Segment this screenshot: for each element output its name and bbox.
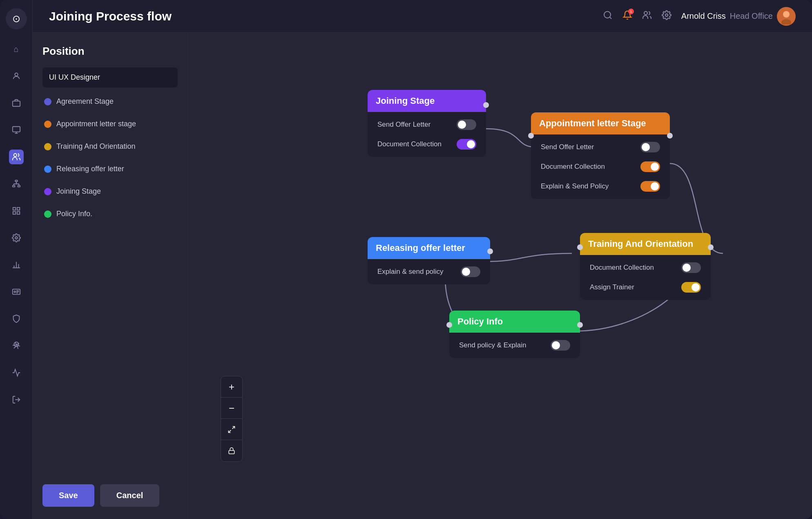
- appt-conn-dot-left: [528, 133, 534, 139]
- svg-rect-6: [15, 180, 18, 182]
- zoom-in-button[interactable]: +: [221, 376, 242, 398]
- svg-rect-2: [12, 127, 20, 132]
- policy-conn-dot-left: [446, 322, 452, 328]
- svg-rect-1: [12, 101, 20, 106]
- joining-row-send-offer: Send Offer Letter: [374, 117, 480, 132]
- team-icon[interactable]: [642, 10, 652, 22]
- appt-row-doc-collection: Document Collection: [538, 159, 663, 174]
- stage-item-training[interactable]: Training And Orientation: [42, 138, 178, 155]
- notification-icon[interactable]: 1: [622, 10, 632, 22]
- training-toggle-assign-trainer[interactable]: [681, 282, 701, 293]
- sidebar-id[interactable]: [9, 284, 24, 299]
- svg-point-17: [15, 237, 18, 239]
- svg-rect-7: [12, 186, 14, 187]
- appt-label-doc-collection: Document Collection: [541, 163, 605, 171]
- releasing-row-explain: Explain & send policy: [374, 264, 484, 280]
- training-label-doc-collection: Document Collection: [590, 264, 654, 272]
- node-joining-stage: Joining Stage Send Offer Letter Document…: [368, 90, 486, 157]
- appt-row-explain-policy: Explain & Send Policy: [538, 179, 663, 194]
- training-label-assign-trainer: Assign Trainer: [590, 283, 634, 291]
- sidebar: ⊙ ⌂: [0, 0, 33, 519]
- sidebar-logout[interactable]: [9, 392, 24, 407]
- stage-dot-training: [44, 143, 51, 150]
- stage-dot-agreement: [44, 98, 51, 105]
- stage-label-training: Training And Orientation: [56, 142, 135, 151]
- appt-toggle-send-offer[interactable]: [640, 142, 660, 152]
- node-policy-header: Policy Info: [449, 311, 580, 333]
- node-joining-stage-header: Joining Stage: [368, 90, 486, 112]
- svg-rect-13: [13, 208, 15, 210]
- zoom-out-button[interactable]: −: [221, 398, 242, 419]
- appt-toggle-doc-collection[interactable]: [640, 161, 660, 172]
- policy-toggle-send[interactable]: [551, 340, 570, 351]
- node-training-orientation: Training And Orientation Document Collec…: [580, 233, 711, 300]
- settings-icon[interactable]: [662, 10, 671, 22]
- node-training-header: Training And Orientation: [580, 233, 711, 255]
- stage-item-policy[interactable]: Policy Info.: [42, 206, 178, 222]
- training-toggle-doc-collection[interactable]: [681, 262, 701, 273]
- zoom-controls: + −: [221, 376, 243, 462]
- stage-label-appointment: Appointment letter stage: [56, 120, 136, 128]
- header: Joining Process flow 1 Arnold Criss He: [33, 0, 812, 33]
- sidebar-settings[interactable]: [9, 230, 24, 245]
- node-policy-info: Policy Info Send policy & Explain: [449, 311, 580, 358]
- joining-label-send-offer: Send Offer Letter: [377, 121, 431, 129]
- stage-item-releasing[interactable]: Releasing offer letter: [42, 161, 178, 177]
- sidebar-monitor[interactable]: [9, 123, 24, 137]
- training-row-assign-trainer: Assign Trainer: [587, 280, 704, 295]
- sidebar-briefcase[interactable]: [9, 96, 24, 110]
- cancel-button[interactable]: Cancel: [100, 484, 160, 507]
- save-button[interactable]: Save: [42, 484, 94, 507]
- joining-toggle-send-offer[interactable]: [457, 119, 476, 130]
- position-selector[interactable]: UI UX Designer: [42, 67, 178, 87]
- svg-rect-38: [229, 450, 234, 454]
- sidebar-chart[interactable]: [9, 257, 24, 272]
- panel-title: Position: [42, 45, 178, 58]
- svg-rect-8: [18, 186, 20, 187]
- search-icon[interactable]: [603, 10, 613, 22]
- svg-point-23: [14, 291, 16, 293]
- page-title: Joining Process flow: [49, 9, 595, 23]
- body: Position UI UX Designer Agreement Stage …: [33, 33, 812, 519]
- appt-toggle-explain-policy[interactable]: [640, 181, 660, 192]
- joining-conn-dot: [483, 102, 489, 108]
- policy-row-send: Send policy & Explain: [456, 338, 573, 353]
- zoom-fit-button[interactable]: [221, 419, 242, 440]
- stage-item-agreement[interactable]: Agreement Stage: [42, 93, 178, 110]
- joining-row-doc-collection: Document Collection: [374, 136, 480, 152]
- stage-label-agreement: Agreement Stage: [56, 97, 114, 106]
- stage-dot-joining: [44, 188, 51, 195]
- releasing-label-explain: Explain & send policy: [377, 268, 444, 276]
- training-conn-dot-right: [708, 244, 714, 250]
- stage-dot-policy: [44, 210, 51, 218]
- zoom-lock-button[interactable]: [221, 440, 242, 461]
- svg-rect-14: [17, 208, 19, 210]
- appt-label-explain-policy: Explain & Send Policy: [541, 182, 609, 190]
- svg-point-34: [783, 11, 790, 18]
- user-name: Arnold Criss: [681, 11, 726, 21]
- svg-rect-15: [13, 212, 15, 214]
- appt-label-send-offer: Send Offer Letter: [541, 143, 594, 151]
- releasing-toggle-explain[interactable]: [461, 266, 480, 277]
- sidebar-grid[interactable]: [9, 204, 24, 218]
- stage-item-appointment[interactable]: Appointment letter stage: [42, 116, 178, 132]
- node-releasing-header: Releasing offer letter: [368, 237, 490, 259]
- joining-toggle-doc-collection[interactable]: [457, 139, 476, 150]
- sidebar-people[interactable]: [9, 150, 24, 164]
- logo[interactable]: ⊙: [6, 8, 27, 29]
- sidebar-home[interactable]: ⌂: [9, 42, 24, 56]
- sidebar-org[interactable]: [9, 177, 24, 191]
- sidebar-activity[interactable]: [9, 365, 24, 380]
- sidebar-shield[interactable]: [9, 311, 24, 326]
- node-policy-body: Send policy & Explain: [449, 333, 580, 358]
- main-content: Joining Process flow 1 Arnold Criss He: [33, 0, 812, 519]
- sidebar-award[interactable]: [9, 338, 24, 353]
- svg-point-31: [644, 11, 647, 15]
- sidebar-user[interactable]: [9, 69, 24, 83]
- appt-conn-dot-right: [667, 133, 673, 139]
- flow-canvas: Joining Stage Send Offer Letter Document…: [188, 33, 812, 519]
- stage-item-joining[interactable]: Joining Stage: [42, 183, 178, 200]
- panel-actions: Save Cancel: [42, 484, 178, 507]
- connector-lines: [188, 33, 812, 519]
- node-appointment-stage: Appointment letter Stage Send Offer Lett…: [531, 112, 670, 199]
